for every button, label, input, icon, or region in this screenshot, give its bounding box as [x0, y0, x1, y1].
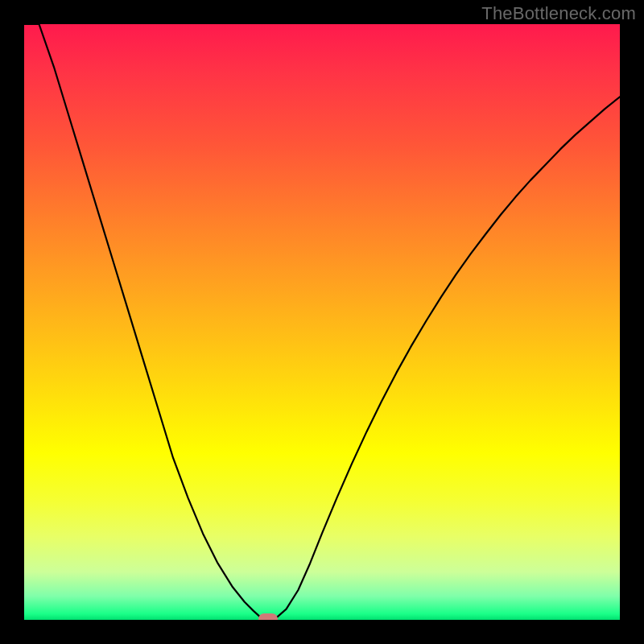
watermark-text: TheBottleneck.com [481, 3, 636, 24]
bottleneck-curve [24, 24, 620, 620]
curve-path [24, 24, 620, 619]
chart-stage: TheBottleneck.com [0, 0, 644, 644]
minimum-marker [258, 613, 278, 620]
plot-area [24, 24, 620, 620]
